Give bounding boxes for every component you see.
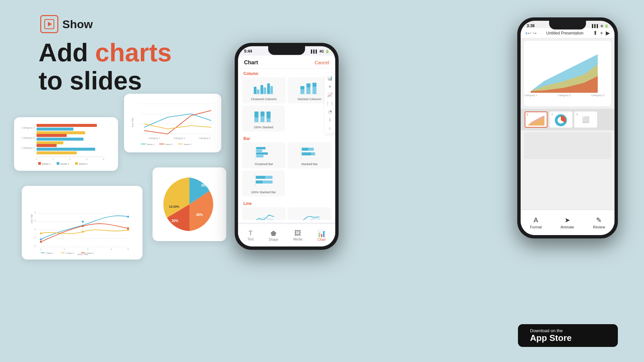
play-button[interactable]: ▶ [606,30,610,36]
svg-rect-87 [312,87,316,94]
svg-text:Axis Title: Axis Title [131,118,134,127]
toolbar-chart[interactable]: 📊 Chart [317,229,326,241]
donut-icon[interactable]: ○ [329,126,331,131]
phone-right-time: 3:36 [527,23,535,28]
svg-text:5: 5 [127,248,129,250]
svg-text:Category 1: Category 1 [149,137,160,140]
clustered-column-label: Clustered Coloumn [251,97,277,101]
svg-rect-76 [254,87,256,94]
svg-text:Category 2: Category 2 [22,136,35,139]
svg-text:13.33%: 13.33% [169,205,179,208]
animate-tool[interactable]: ➤ Animate [561,216,574,229]
right-battery-icon: 🔋 [604,24,608,28]
bar-type-icon[interactable]: 📊 [327,76,333,81]
bar-chart-grid: Clustered Bar Stacked Bar [238,142,335,170]
shape-toolbar-icon: ⬟ [271,229,276,237]
clustered-column-item[interactable]: Clustered Coloumn [242,77,286,103]
signal-icon: ▌▌▌ [311,50,318,53]
main-slide[interactable]: Category 1 Category 2 Category 3 [524,41,611,106]
svg-text:4: 4 [111,248,112,250]
svg-rect-81 [270,86,273,94]
100-stacked-column-item[interactable]: 100% Stacked [242,105,285,132]
chart-picker-cancel[interactable]: Cancel [314,60,329,65]
slide-thumb-2-num: 2 [551,113,553,116]
100-stacked-bar-wrap: 100% Stacked Bar [238,170,335,199]
share-button[interactable]: ⬆ [593,30,597,36]
toolbar-media[interactable]: 🖼 Media [293,229,302,241]
review-tool[interactable]: ✎ Review [593,216,605,229]
thumb-chart-2 [551,113,571,126]
svg-text:3: 3 [87,248,89,250]
svg-text:Series 2: Series 2 [60,163,69,165]
slide-thumb-1[interactable]: 1 [525,112,547,128]
svg-rect-99 [256,152,268,155]
chart-picker-scroll[interactable]: Column [238,69,335,220]
svg-text:Category 2: Category 2 [558,94,571,97]
svg-text:Category 2: Category 2 [174,137,185,140]
stacked-bar-label: Stacked Bar [301,162,317,166]
chart-picker: Chart Cancel Column [238,56,335,222]
svg-rect-100 [256,155,264,157]
slide-thumb-2[interactable]: 2 [549,112,572,128]
svg-rect-8 [37,134,67,137]
format-tool[interactable]: A Format [530,216,542,229]
svg-text:0: 0 [36,158,37,160]
scatter-icon[interactable]: ⋮⋮ [326,101,334,106]
text-toolbar-icon: T [248,229,252,237]
line-chart-top-card: Axis Title Category 1 Category 2 Categor… [124,94,221,152]
svg-point-60 [82,231,84,233]
svg-rect-12 [37,148,95,151]
svg-marker-1 [48,22,52,26]
slide-thumbnails[interactable]: 1 2 3 ⬜ [521,109,614,130]
slide-thumb-3[interactable]: 3 ⬜ [574,112,597,128]
clustered-bar-label: Clustered Bar [254,162,273,166]
svg-rect-85 [306,87,310,94]
stacked-bar-item[interactable]: Stacked Bar [288,142,331,168]
svg-rect-104 [302,152,311,155]
line-chart-top-svg: Axis Title Category 1 Category 2 Categor… [127,97,218,149]
format-toolbar: A Format ➤ Animate ✎ Review [521,210,614,235]
add-button[interactable]: + [600,30,603,36]
svg-text:0: 0 [35,245,36,247]
right-wifi-icon: ⊙ [600,24,603,28]
app-store-text: Download on the App Store [530,328,572,343]
svg-text:Y Value 1: Y Value 1 [45,252,54,254]
svg-rect-10 [37,141,63,144]
app-store-badge[interactable]: Download on the App Store [518,324,618,347]
100-stacked-bar-item[interactable]: 100% Stacked Bar [242,170,285,197]
table-icon[interactable]: ≡ [329,84,331,89]
svg-rect-91 [254,112,258,118]
svg-rect-11 [37,144,57,147]
svg-text:1: 1 [53,158,54,160]
svg-rect-77 [257,89,259,94]
chart-picker-header: Chart Cancel [238,56,335,69]
svg-rect-78 [260,85,263,94]
line-chart-bottom-svg: Axis Title 0 2 4 6 8 1 2 3 4 5 [26,190,140,257]
pie-type-icon[interactable]: ◔ [328,109,332,114]
toolbar-text[interactable]: T Text [247,229,253,241]
shape-toolbar-label: Shape [269,238,278,241]
toolbar-shape[interactable]: ⬟ Shape [269,229,278,241]
clustered-bar-item[interactable]: Clustered Bar [242,142,286,168]
stacked-column-label: Stacked Coloumn [297,97,321,101]
svg-text:Category 3: Category 3 [22,126,35,129]
chart-type-sidebar: 📊 ≡ 📈 ⋮⋮ ◔ ⌇ ○ [325,73,335,134]
right-signal-icon: ▌▌▌ [592,24,599,28]
svg-rect-84 [300,86,304,89]
undo-button[interactable]: ↩ [527,30,531,36]
svg-text:Category 1: Category 1 [22,146,35,149]
svg-rect-88 [312,83,316,87]
svg-text:Axis Title: Axis Title [31,214,33,223]
line-type-icon[interactable]: 📈 [327,92,333,97]
redo-button[interactable]: ↪ [533,30,537,36]
svg-rect-97 [256,147,266,149]
svg-rect-110 [256,180,262,184]
svg-text:Series 2: Series 2 [165,143,173,145]
smooth-line-item[interactable]: Smooth Line [288,207,331,220]
svg-rect-22 [57,162,59,165]
section-line-label: Line [238,199,335,207]
pie-chart-card: 26.67% 40% 20% 13.33% [153,167,226,241]
line-item[interactable]: Line [242,207,286,220]
area-type-icon[interactable]: ⌇ [329,118,331,123]
headline: Add charts to slides [39,39,172,94]
